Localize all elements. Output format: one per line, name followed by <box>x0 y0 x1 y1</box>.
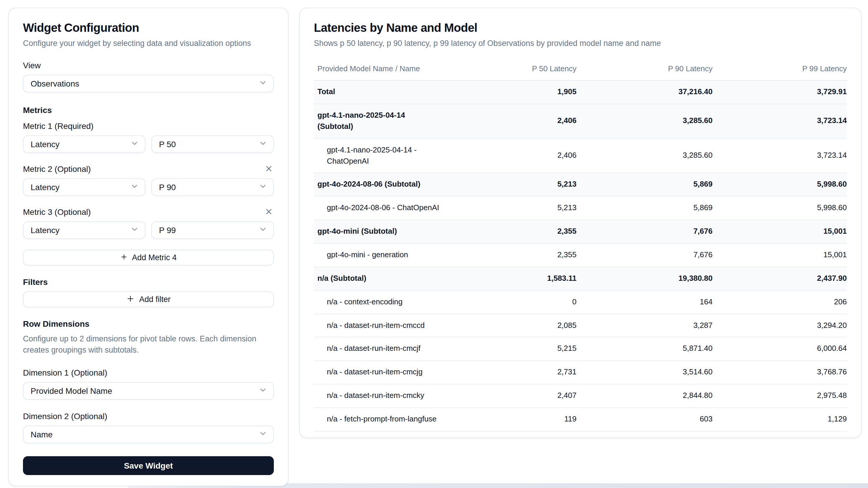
metric-3-label: Metric 3 (Optional) <box>23 207 91 216</box>
view-label: View <box>23 61 274 70</box>
widget-preview-panel: Latencies by Name and Model Shows p 50 l… <box>299 8 862 438</box>
chevron-down-icon <box>258 139 267 150</box>
row-p90-cell: 19,380.80 <box>577 267 713 291</box>
row-name-cell: gpt-4.1-nano-2025-04-14 - ChatOpenAI <box>314 139 440 173</box>
table-row: n/a - dataset-run-item-cmccd 2,085 3,287… <box>314 314 847 337</box>
metrics-section-label: Metrics <box>23 105 274 115</box>
dimension1-label: Dimension 1 (Optional) <box>23 368 274 377</box>
filters-section-label: Filters <box>23 277 274 287</box>
metric-3-aggregation-select-value: P 99 <box>159 225 176 235</box>
dialog-surface: Widget Configuration Configure your widg… <box>0 0 868 488</box>
dimension2-select[interactable]: Name <box>23 425 274 443</box>
metric-1-aggregation-select-value: P 50 <box>159 139 176 149</box>
metric-1-measure-select[interactable]: Latency <box>23 135 146 153</box>
row-name-cell: Total <box>314 80 440 104</box>
table-row: gpt-4o-mini - generation 2,355 7,676 15,… <box>314 243 847 267</box>
remove-metric-3-button[interactable] <box>264 207 274 217</box>
metric-2-measure-select[interactable]: Latency <box>23 178 146 196</box>
metric-3-measure-select-value: Latency <box>31 225 60 235</box>
row-p50-cell: 2,406 <box>440 104 577 138</box>
preview-subtitle: Shows p 50 latency, p 90 latency, p 99 l… <box>314 38 847 49</box>
widget-configuration-panel: Widget Configuration Configure your widg… <box>8 8 288 486</box>
row-p99-cell: 206 <box>713 290 847 314</box>
row-p99-cell: 3,723.14 <box>713 104 847 138</box>
row-p50-cell: 2,406 <box>440 139 577 173</box>
row-p99-cell: 15,001 <box>713 243 847 267</box>
add-metric-label: Add Metric 4 <box>132 253 177 262</box>
row-p90-cell: 603 <box>577 408 713 431</box>
x-icon <box>265 209 273 218</box>
metric-2-label: Metric 2 (Optional) <box>23 164 91 173</box>
plus-icon <box>126 294 135 305</box>
table-row: n/a - context-encoding 0 164 206 <box>314 290 847 314</box>
dimension1-select-value: Provided Model Name <box>31 386 112 395</box>
latency-pivot-table: Provided Model Name / Name P 50 Latency … <box>314 57 847 431</box>
row-p50-cell: 2,407 <box>440 384 577 408</box>
add-filter-button[interactable]: Add filter <box>23 291 274 307</box>
table-row: n/a - dataset-run-item-cmcjf 5,215 5,871… <box>314 337 847 361</box>
row-p90-cell: 5,871.40 <box>577 337 713 361</box>
metric-groups: Metric 1 (Required) Latency P 50 Metric … <box>23 121 274 239</box>
row-p99-cell: 3,723.14 <box>713 139 847 173</box>
row-dimensions-description: Configure up to 2 dimensions for pivot t… <box>23 333 274 356</box>
row-p99-cell: 1,129 <box>713 408 847 431</box>
preview-title: Latencies by Name and Model <box>314 21 847 35</box>
row-p99-cell: 3,729.91 <box>713 80 847 104</box>
row-p50-cell: 5,215 <box>440 337 577 361</box>
add-metric-button[interactable]: Add Metric 4 <box>23 250 274 265</box>
metric-1-label: Metric 1 (Required) <box>23 121 94 130</box>
row-p50-cell: 5,213 <box>440 197 577 220</box>
column-header-p99: P 99 Latency <box>713 57 847 80</box>
chevron-down-icon <box>130 139 139 150</box>
table-row: n/a - dataset-run-item-cmcky 2,407 2,844… <box>314 384 847 408</box>
table-row: gpt-4o-2024-08-06 - ChatOpenAI 5,213 5,8… <box>314 197 847 220</box>
view-select[interactable]: Observations <box>23 75 274 92</box>
table-row: n/a (Subtotal) 1,583.11 19,380.80 2,437.… <box>314 267 847 291</box>
row-p90-cell: 7,676 <box>577 243 713 267</box>
metric-2-measure-select-value: Latency <box>31 183 60 192</box>
chevron-down-icon <box>258 225 267 235</box>
row-name-cell: gpt-4o-mini (Subtotal) <box>314 220 440 243</box>
add-filter-label: Add filter <box>139 295 171 304</box>
dimension1-select[interactable]: Provided Model Name <box>23 382 274 399</box>
chevron-down-icon <box>258 429 267 440</box>
row-p99-cell: 15,001 <box>713 220 847 243</box>
row-name-cell: n/a - context-encoding <box>314 290 440 314</box>
metric-3-measure-select[interactable]: Latency <box>23 221 146 239</box>
metric-group-1: Metric 1 (Required) Latency P 50 <box>23 121 274 153</box>
row-name-cell: n/a - dataset-run-item-cmcky <box>314 384 440 408</box>
dimension2-select-value: Name <box>31 429 53 439</box>
table-row: n/a - dataset-run-item-cmcjg 2,731 3,514… <box>314 361 847 384</box>
row-p90-cell: 3,285.60 <box>577 139 713 173</box>
metric-group-3: Metric 3 (Optional) Latency P 99 <box>23 207 274 239</box>
remove-metric-2-button[interactable] <box>264 164 274 174</box>
row-p99-cell: 3,294.20 <box>713 314 847 337</box>
metric-1-aggregation-select[interactable]: P 50 <box>151 135 274 153</box>
metric-3-aggregation-select[interactable]: P 99 <box>151 221 274 239</box>
config-title: Widget Configuration <box>23 21 274 35</box>
dimension2-label: Dimension 2 (Optional) <box>23 411 274 421</box>
row-p90-cell: 164 <box>577 290 713 314</box>
row-name-cell: n/a - dataset-run-item-cmcjf <box>314 337 440 361</box>
chevron-down-icon <box>258 78 267 89</box>
chevron-down-icon <box>258 182 267 193</box>
row-p90-cell: 37,216.40 <box>577 80 713 104</box>
table-row: gpt-4o-mini (Subtotal) 2,355 7,676 15,00… <box>314 220 847 243</box>
row-name-cell: n/a - fetch-prompt-from-langfuse <box>314 408 440 431</box>
row-p90-cell: 5,869 <box>577 197 713 220</box>
metric-2-aggregation-select[interactable]: P 90 <box>151 178 274 196</box>
table-row: Total 1,905 37,216.40 3,729.91 <box>314 80 847 104</box>
row-p90-cell: 5,869 <box>577 173 713 197</box>
save-widget-button[interactable]: Save Widget <box>23 456 274 475</box>
row-p99-cell: 5,998.60 <box>713 173 847 197</box>
metric-2-aggregation-select-value: P 90 <box>159 183 176 192</box>
row-p99-cell: 2,437.90 <box>713 267 847 291</box>
row-p99-cell: 3,768.76 <box>713 361 847 384</box>
row-p90-cell: 3,514.60 <box>577 361 713 384</box>
row-p99-cell: 2,975.48 <box>713 384 847 408</box>
row-p90-cell: 3,285.60 <box>577 104 713 138</box>
row-p50-cell: 2,085 <box>440 314 577 337</box>
row-p50-cell: 2,731 <box>440 361 577 384</box>
row-name-cell: n/a - dataset-run-item-cmcjg <box>314 361 440 384</box>
row-p50-cell: 5,213 <box>440 173 577 197</box>
